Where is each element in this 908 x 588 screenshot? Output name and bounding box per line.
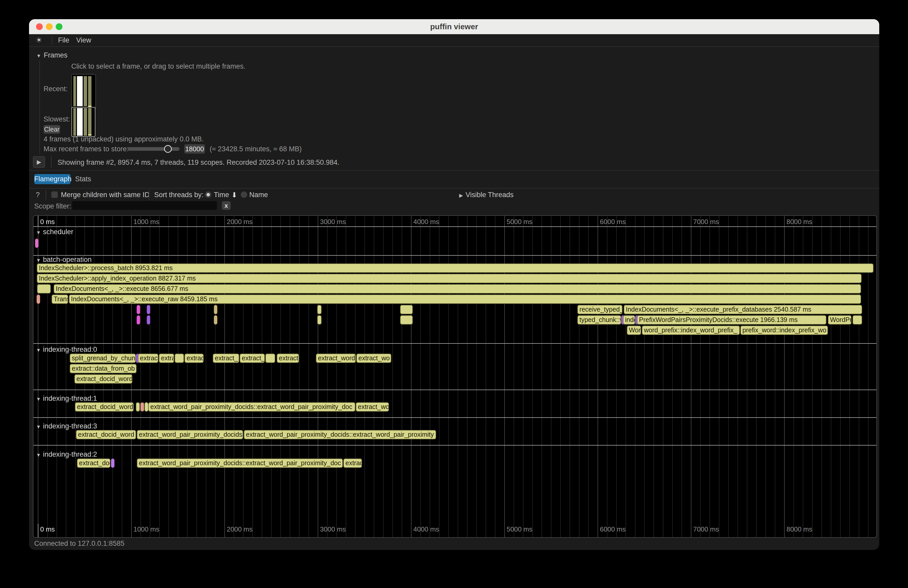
flamegraph-panel[interactable]: 0 ms1000 ms2000 ms3000 ms4000 ms5000 ms6… <box>33 215 877 538</box>
thread-header[interactable]: ▼indexing-thread:1 <box>36 395 97 403</box>
flame-bar[interactable]: extract_doc <box>77 458 110 468</box>
flame-bar[interactable]: WordPr <box>828 315 852 325</box>
flame-bar[interactable]: word_prefix::index_word_prefix_ <box>642 326 740 335</box>
flame-bar[interactable] <box>853 315 862 325</box>
flame-bar[interactable]: extract <box>138 353 158 363</box>
flame-bar[interactable] <box>147 305 150 314</box>
frame-bar[interactable] <box>88 76 92 106</box>
flame-bar[interactable] <box>37 294 40 304</box>
flame-bar[interactable]: extract_wo <box>356 353 391 363</box>
flame-bar[interactable]: typed_chunk::w <box>577 315 621 325</box>
frame-bar[interactable] <box>73 76 76 106</box>
flame-bar[interactable] <box>35 239 39 248</box>
flame-bar[interactable]: index <box>623 315 635 325</box>
thread-name: scheduler <box>43 228 73 236</box>
flame-bar[interactable]: receive_typed_ <box>577 305 622 314</box>
zero-tick <box>38 216 39 227</box>
merge-children-checkbox[interactable] <box>51 191 58 198</box>
frames-section-header[interactable]: ▼Frames <box>36 51 68 59</box>
flame-bar[interactable]: extract_word_pair_proximity_docids <box>137 430 243 439</box>
flame-bar[interactable] <box>145 402 148 411</box>
flame-bar[interactable]: extract_docid_word <box>75 402 134 411</box>
flame-bar[interactable] <box>37 284 51 294</box>
slider-handle[interactable] <box>164 145 172 153</box>
menubar: ☀ File View <box>29 34 879 47</box>
frame-bar[interactable] <box>73 108 76 136</box>
flame-bar[interactable] <box>266 353 275 363</box>
sort-time-radio[interactable] <box>205 191 211 198</box>
flame-bar[interactable]: extract_word <box>316 353 356 363</box>
thread-header[interactable]: ▼scheduler <box>36 228 73 236</box>
flame-bar[interactable] <box>136 402 140 411</box>
slowest-frames-thumbnail[interactable] <box>71 107 95 137</box>
flame-bar[interactable] <box>400 315 413 325</box>
flame-bar[interactable] <box>317 305 322 314</box>
recent-frames-thumbnail[interactable] <box>71 74 96 109</box>
max-frames-value[interactable]: 18000 <box>184 144 205 154</box>
flame-bar[interactable] <box>175 353 184 363</box>
flame-bar[interactable]: extra <box>159 353 174 363</box>
play-button[interactable]: ▶ <box>33 156 45 168</box>
menu-file[interactable]: File <box>58 34 69 47</box>
flame-bar[interactable] <box>400 305 413 314</box>
frames-hint: Click to select a frame, or drag to sele… <box>71 63 245 71</box>
flame-bar[interactable]: IndexScheduler>::process_batch 8953.821 … <box>37 263 874 273</box>
flame-bar[interactable] <box>137 315 140 325</box>
flame-bar[interactable] <box>137 305 140 314</box>
clear-filter-button[interactable]: x <box>222 201 231 210</box>
flame-bar[interactable]: extract <box>277 353 299 363</box>
frame-bar-selected[interactable] <box>77 108 83 136</box>
flame-bar[interactable] <box>147 315 150 325</box>
flame-bar[interactable]: IndexDocuments<_, _>::execute_raw 8459.1… <box>69 294 861 304</box>
ruler-label: 5000 ms <box>507 218 533 226</box>
divider <box>46 190 46 200</box>
thread-header[interactable]: ▼indexing-thread:0 <box>36 345 97 353</box>
flame-bar[interactable] <box>140 402 144 411</box>
flame-bar[interactable]: extract_ <box>240 353 265 363</box>
collapse-triangle-icon: ▼ <box>36 396 41 402</box>
flame-bar[interactable]: IndexScheduler>::apply_index_operation 8… <box>37 274 861 283</box>
tab-flamegraph[interactable]: Flamegraph <box>34 174 71 184</box>
sort-name-radio[interactable] <box>241 191 247 198</box>
flame-bar[interactable] <box>317 315 322 325</box>
visible-threads-header[interactable]: ▶Visible Threads <box>459 191 514 199</box>
menu-view[interactable]: View <box>76 34 91 47</box>
frame-bar[interactable] <box>88 108 92 136</box>
flamegraph-canvas[interactable]: 0 ms1000 ms2000 ms3000 ms4000 ms5000 ms6… <box>34 216 876 537</box>
frame-bar[interactable] <box>84 76 87 106</box>
frame-bar-selected[interactable] <box>77 76 83 106</box>
thread-header[interactable]: ▼batch-operation <box>36 255 92 264</box>
sort-direction-icon[interactable]: ⬇ <box>232 191 237 199</box>
flame-bar[interactable]: Word <box>627 326 641 335</box>
flame-bar[interactable]: Trans <box>52 294 68 304</box>
flame-bar[interactable] <box>214 305 217 314</box>
flame-bar[interactable]: PrefixWordPairsProximityDocids::execute … <box>637 315 826 325</box>
flame-bar[interactable]: prefix_word::index_prefix_wo <box>741 326 828 335</box>
flame-bar[interactable]: split_grenad_by_chun <box>70 353 136 363</box>
ruler-label: 3000 ms <box>320 218 346 226</box>
flame-bar[interactable]: extrac <box>185 353 204 363</box>
flame-bar[interactable]: extract_docid_word <box>76 430 136 439</box>
divider <box>29 188 879 189</box>
flame-bar[interactable]: extrac <box>343 458 362 468</box>
collapse-triangle-icon: ▼ <box>36 53 41 59</box>
theme-toggle-icon[interactable]: ☀ <box>36 34 42 47</box>
thread-header[interactable]: ▼indexing-thread:3 <box>36 422 97 430</box>
flame-bar[interactable]: extract_word_pair_proximity_docids::extr… <box>244 430 436 439</box>
scope-filter-input[interactable] <box>72 201 217 210</box>
flame-bar[interactable]: extract_ <box>213 353 239 363</box>
flame-bar[interactable]: extract_wo <box>356 402 389 411</box>
clear-button[interactable]: Clear <box>43 125 60 134</box>
help-button[interactable]: ? <box>36 191 40 199</box>
flame-bar[interactable] <box>111 458 114 468</box>
flame-bar[interactable]: IndexDocuments<_, _>::execute 8656.677 m… <box>54 284 861 294</box>
flame-bar[interactable]: extract_docid_word <box>74 374 132 384</box>
tab-stats[interactable]: Stats <box>75 174 91 184</box>
flame-bar[interactable]: extract_word_pair_proximity_docids::extr… <box>137 458 343 468</box>
frame-bar[interactable] <box>84 108 87 136</box>
flame-bar[interactable]: extract::data_from_ob <box>70 364 137 373</box>
thread-header[interactable]: ▼indexing-thread:2 <box>36 450 97 458</box>
flame-bar[interactable]: IndexDocuments<_, _>::execute_prefix_dat… <box>624 305 862 314</box>
flame-bar[interactable] <box>214 315 217 325</box>
flame-bar[interactable]: extract_word_pair_proximity_docids::extr… <box>148 402 355 411</box>
